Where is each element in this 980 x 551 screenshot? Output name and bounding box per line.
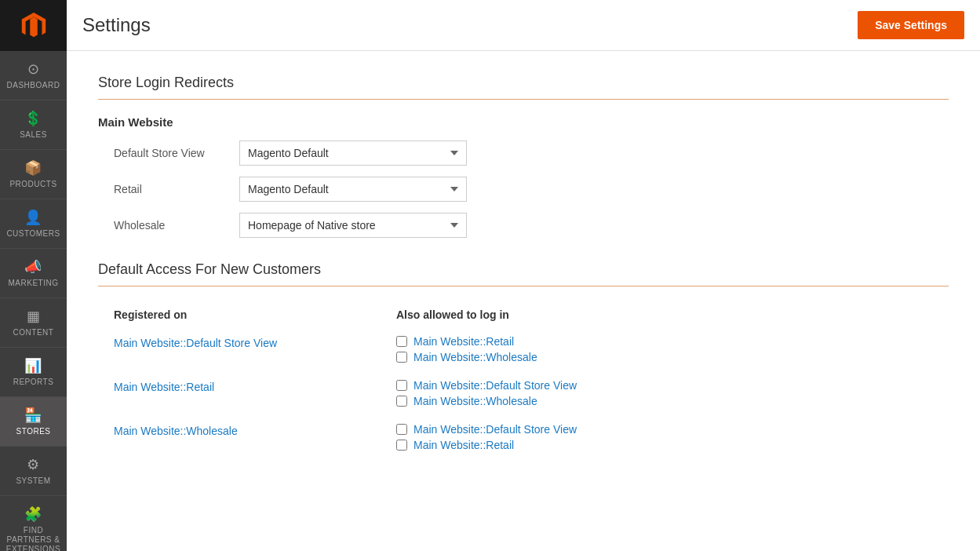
checkbox-label-retail-1[interactable]: Main Website::Retail (413, 335, 514, 348)
retail-label: Retail (114, 183, 239, 195)
checkbox-row-retail-3: Main Website::Retail (396, 439, 949, 451)
default-access-title: Default Access For New Customers (98, 261, 949, 278)
default-access-section: Default Access For New Customers Registe… (98, 261, 949, 459)
store-login-divider (98, 99, 949, 100)
access-row-default-store-view: Main Website::Default Store View Main We… (98, 327, 949, 371)
dashboard-icon: ⊙ (27, 60, 40, 78)
system-icon: ⚙ (27, 456, 40, 473)
store-login-section: Store Login Redirects Main Website Defau… (98, 75, 949, 238)
wholesale-label: Wholesale (114, 219, 239, 232)
sidebar-item-stores[interactable]: 🏪 STORES (0, 397, 67, 447)
checkbox-row-wholesale-1: Main Website::Wholesale (396, 351, 949, 363)
sidebar-item-system[interactable]: ⚙ SYSTEM (0, 447, 67, 496)
col-allowed-header: Also allowed to log in (396, 308, 949, 321)
customers-icon: 👤 (24, 209, 42, 226)
main-website-label: Main Website (98, 115, 949, 129)
sidebar-item-marketing-label: MARKETING (9, 279, 59, 288)
checkbox-default-store-view-3[interactable] (396, 424, 407, 435)
save-settings-button[interactable]: Save Settings (858, 11, 964, 39)
checkbox-row-default-store-view-3: Main Website::Default Store View (396, 423, 949, 436)
allowed-retail: Main Website::Default Store View Main We… (396, 379, 949, 407)
sidebar-item-dashboard-label: DASHBOARD (7, 81, 60, 90)
allowed-default-store-view: Main Website::Retail Main Website::Whole… (396, 335, 949, 363)
sidebar-item-stores-label: STORES (16, 427, 51, 436)
default-store-view-label: Default Store View (114, 147, 239, 159)
sidebar-item-products[interactable]: 📦 PRODUCTS (0, 150, 67, 199)
extensions-icon: 🧩 (24, 505, 42, 523)
checkbox-wholesale-1[interactable] (396, 352, 407, 363)
magento-logo-icon (19, 11, 49, 41)
access-table: Registered on Also allowed to log in Mai… (98, 302, 949, 459)
checkbox-retail-1[interactable] (396, 336, 407, 347)
checkbox-label-wholesale-1[interactable]: Main Website::Wholesale (413, 351, 537, 363)
sidebar-item-dashboard[interactable]: ⊙ DASHBOARD (0, 51, 67, 100)
sidebar-item-content[interactable]: ▦ CONTENT (0, 298, 67, 348)
col-registered-header: Registered on (98, 308, 396, 321)
checkbox-default-store-view-2[interactable] (396, 380, 407, 391)
field-row-retail: Retail Magento Default Homepage of Nativ… (114, 177, 949, 202)
checkbox-row-retail-1: Main Website::Retail (396, 335, 949, 348)
sidebar-item-reports-label: REPORTS (13, 378, 54, 387)
registered-retail: Main Website::Retail (98, 379, 396, 393)
sales-icon: 💲 (24, 110, 42, 127)
stores-icon: 🏪 (24, 407, 42, 424)
field-row-wholesale: Wholesale Magento Default Homepage of Na… (114, 213, 949, 238)
sidebar-item-content-label: CONTENT (13, 328, 54, 338)
sidebar-item-marketing[interactable]: 📣 MARKETING (0, 249, 67, 298)
access-row-wholesale: Main Website::Wholesale Main Website::De… (98, 415, 949, 459)
sidebar-item-sales[interactable]: 💲 SALES (0, 100, 67, 150)
checkbox-retail-3[interactable] (396, 440, 407, 451)
checkbox-label-default-store-view-2[interactable]: Main Website::Default Store View (413, 379, 577, 392)
sidebar-item-sales-label: SALES (20, 130, 47, 140)
sidebar-item-customers[interactable]: 👤 CUSTOMERS (0, 199, 67, 249)
sidebar-item-extensions-label: FIND PARTNERS & EXTENSIONS (4, 526, 63, 551)
sidebar-item-reports[interactable]: 📊 REPORTS (0, 348, 67, 397)
checkbox-row-default-store-view-2: Main Website::Default Store View (396, 379, 949, 392)
checkbox-label-retail-3[interactable]: Main Website::Retail (413, 439, 514, 451)
sidebar-item-products-label: PRODUCTS (9, 180, 56, 189)
sidebar-logo (0, 0, 67, 51)
sidebar-item-system-label: SYSTEM (16, 476, 50, 486)
registered-default-store-view: Main Website::Default Store View (98, 335, 396, 349)
field-row-default-store-view: Default Store View Magento Default Homep… (114, 140, 949, 166)
sidebar-item-extensions[interactable]: 🧩 FIND PARTNERS & EXTENSIONS (0, 496, 67, 551)
main-wrapper: Settings Save Settings Store Login Redir… (67, 0, 980, 551)
store-login-title: Store Login Redirects (98, 75, 949, 91)
header: Settings Save Settings (67, 0, 980, 51)
default-access-divider (98, 286, 949, 286)
products-icon: 📦 (24, 159, 42, 177)
sidebar: ⊙ DASHBOARD 💲 SALES 📦 PRODUCTS 👤 CUSTOME… (0, 0, 67, 551)
content-area: Store Login Redirects Main Website Defau… (67, 51, 980, 551)
checkbox-row-wholesale-2: Main Website::Wholesale (396, 395, 949, 407)
sidebar-item-customers-label: CUSTOMERS (6, 229, 60, 239)
access-table-header: Registered on Also allowed to log in (98, 302, 949, 327)
reports-icon: 📊 (24, 357, 42, 374)
registered-wholesale: Main Website::Wholesale (98, 423, 396, 437)
marketing-icon: 📣 (24, 258, 42, 276)
wholesale-select[interactable]: Magento Default Homepage of Native store… (239, 213, 467, 238)
retail-select[interactable]: Magento Default Homepage of Native store… (239, 177, 467, 202)
allowed-wholesale: Main Website::Default Store View Main We… (396, 423, 949, 451)
checkbox-label-wholesale-2[interactable]: Main Website::Wholesale (413, 395, 537, 407)
page-title: Settings (82, 14, 151, 36)
content-icon: ▦ (27, 308, 41, 325)
checkbox-label-default-store-view-3[interactable]: Main Website::Default Store View (413, 423, 577, 436)
default-store-view-select[interactable]: Magento Default Homepage of Native store… (239, 140, 467, 166)
access-row-retail: Main Website::Retail Main Website::Defau… (98, 371, 949, 415)
checkbox-wholesale-2[interactable] (396, 396, 407, 407)
